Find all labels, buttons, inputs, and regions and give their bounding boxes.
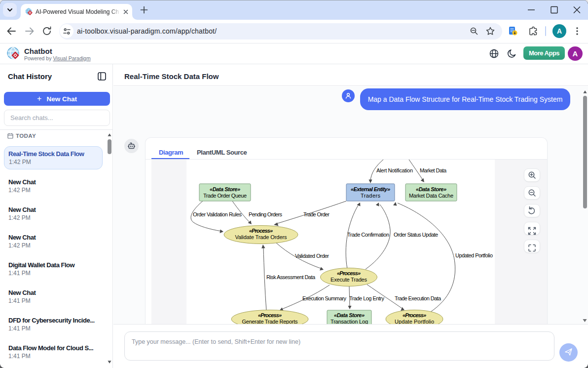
svg-text:Trade Confirmation: Trade Confirmation — [347, 232, 389, 238]
svg-text:Update Portfolio: Update Portfolio — [395, 319, 434, 324]
svg-text:Order Status Update: Order Status Update — [394, 232, 438, 238]
svg-text:«Data Store»: «Data Store» — [416, 186, 446, 192]
svg-text:Trade Log Entry: Trade Log Entry — [349, 295, 385, 301]
svg-text:Traders: Traders — [361, 193, 381, 199]
svg-text:Market Data: Market Data — [420, 167, 447, 173]
svg-text:Order Validation Rules: Order Validation Rules — [193, 211, 242, 217]
svg-text:«External Entity»: «External Entity» — [351, 186, 390, 192]
svg-text:Risk Assessment Data: Risk Assessment Data — [266, 274, 316, 280]
svg-text:«Data Store»: «Data Store» — [210, 186, 240, 192]
svg-text:Generate Trade Reports: Generate Trade Reports — [242, 319, 298, 324]
svg-text:Transaction Log: Transaction Log — [331, 319, 368, 324]
svg-text:Updated Portfolio: Updated Portfolio — [455, 252, 493, 258]
svg-text:Trade Execution Data: Trade Execution Data — [395, 295, 441, 301]
svg-text:Market Data Cache: Market Data Cache — [409, 193, 453, 199]
svg-text:Trade Order: Trade Order — [303, 211, 330, 217]
svg-text:Validated Order: Validated Order — [295, 253, 329, 259]
svg-text:«Data Store»: «Data Store» — [334, 312, 365, 318]
svg-text:Execute Trades: Execute Trades — [331, 277, 368, 283]
svg-text:Alert Notification: Alert Notification — [376, 167, 413, 173]
svg-text:Execution Summary: Execution Summary — [302, 295, 347, 301]
svg-text:«Process»: «Process» — [337, 270, 361, 276]
svg-text:«Process»: «Process» — [403, 312, 426, 318]
svg-text:«Process»: «Process» — [258, 312, 282, 318]
svg-text:«Process»: «Process» — [249, 228, 273, 234]
svg-text:Pending Orders: Pending Orders — [249, 211, 283, 217]
svg-text:Trade Order Queue: Trade Order Queue — [203, 193, 247, 199]
svg-text:Validate Trade Orders: Validate Trade Orders — [235, 234, 288, 240]
